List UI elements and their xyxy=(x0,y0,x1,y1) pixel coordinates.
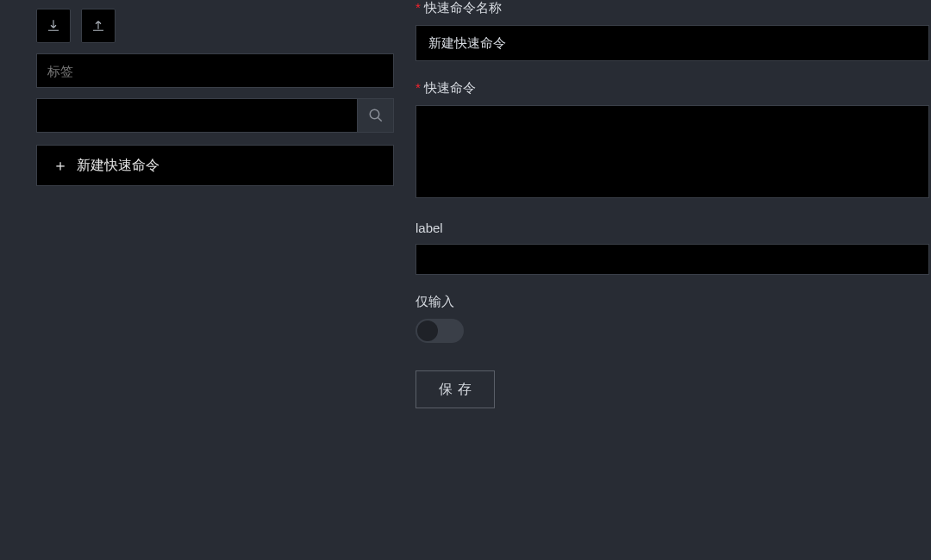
upload-icon xyxy=(91,18,106,34)
only-input-label: 仅输入 xyxy=(416,294,931,310)
command-textarea[interactable] xyxy=(416,105,929,198)
sidebar: ＋ 新建快速命令 xyxy=(0,0,397,560)
download-button[interactable] xyxy=(36,9,71,43)
command-name-label: *快速命令名称 xyxy=(416,0,931,16)
label-input[interactable] xyxy=(416,244,929,275)
search-button[interactable] xyxy=(358,98,394,133)
main-form: *快速命令名称 *快速命令 label 仅输入 保存 xyxy=(397,0,931,560)
search-icon xyxy=(368,108,384,123)
required-mark: * xyxy=(416,0,421,15)
tag-input[interactable] xyxy=(36,53,394,88)
search-input[interactable] xyxy=(36,98,358,133)
download-icon xyxy=(46,18,61,34)
command-name-input[interactable] xyxy=(416,25,929,61)
switch-knob xyxy=(417,320,438,341)
label-field-label: label xyxy=(416,221,931,235)
new-quick-command-button[interactable]: ＋ 新建快速命令 xyxy=(36,145,394,186)
svg-line-1 xyxy=(378,117,382,121)
new-cmd-label: 新建快速命令 xyxy=(77,157,159,175)
only-input-toggle[interactable] xyxy=(416,319,464,343)
svg-point-0 xyxy=(370,109,379,119)
required-mark: * xyxy=(416,80,421,95)
save-button[interactable]: 保存 xyxy=(416,370,495,408)
plus-icon: ＋ xyxy=(53,155,68,176)
command-text-label: *快速命令 xyxy=(416,80,931,96)
upload-button[interactable] xyxy=(81,9,116,43)
